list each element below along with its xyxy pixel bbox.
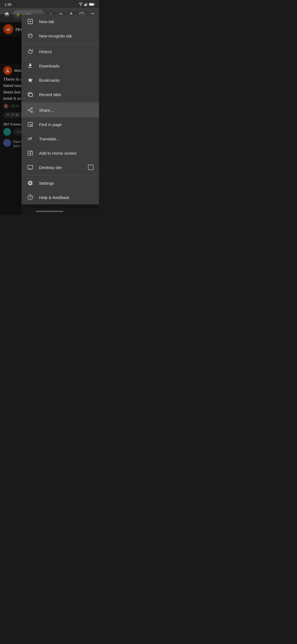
svg-rect-5 bbox=[94, 4, 95, 5]
history-icon bbox=[27, 48, 34, 55]
menu-item-history[interactable]: History bbox=[21, 44, 99, 59]
svg-point-15 bbox=[29, 36, 30, 36]
downloads-label: Downloads bbox=[39, 64, 94, 68]
svg-marker-17 bbox=[28, 78, 33, 82]
desktop-checkbox[interactable] bbox=[88, 165, 94, 170]
svg-line-28 bbox=[31, 125, 32, 126]
desktop-label: Desktop site bbox=[39, 165, 82, 170]
add-home-icon bbox=[27, 150, 34, 156]
svg-rect-2 bbox=[86, 3, 86, 6]
divider-3 bbox=[21, 175, 99, 175]
svg-rect-34 bbox=[28, 165, 33, 169]
svg-line-25 bbox=[29, 109, 31, 110]
menu-item-help[interactable]: Help & feedback bbox=[21, 190, 99, 204]
menu-shadow bbox=[0, 14, 21, 215]
bookmarks-label: Bookmarks bbox=[39, 78, 94, 83]
svg-rect-1 bbox=[85, 4, 86, 6]
dropdown-menu: New tab New incognito tab bbox=[21, 14, 99, 204]
divider-1 bbox=[21, 43, 99, 44]
menu-item-share[interactable]: Share… bbox=[21, 103, 99, 117]
menu-item-add-home[interactable]: Add to Home screen bbox=[21, 146, 99, 160]
menu-item-incognito[interactable]: New incognito tab bbox=[21, 29, 99, 43]
svg-point-23 bbox=[31, 111, 33, 113]
menu-item-recent-tabs[interactable]: Recent tabs bbox=[21, 87, 99, 102]
battery-icon bbox=[89, 3, 95, 6]
status-bar: 1:39 bbox=[0, 0, 99, 8]
svg-point-38 bbox=[30, 198, 30, 199]
menu-overlay: New tab New incognito tab bbox=[0, 14, 99, 215]
status-icons bbox=[79, 3, 95, 6]
menu-item-downloads[interactable]: Downloads bbox=[21, 59, 99, 73]
find-label: Find in page bbox=[39, 122, 94, 127]
menu-item-settings[interactable]: Settings bbox=[21, 176, 99, 190]
svg-rect-6 bbox=[89, 4, 93, 5]
svg-point-21 bbox=[31, 108, 33, 109]
new-tab-icon bbox=[27, 18, 34, 25]
svg-rect-19 bbox=[29, 93, 32, 96]
downloads-icon bbox=[27, 62, 34, 69]
menu-item-bookmarks[interactable]: Bookmarks bbox=[21, 73, 99, 87]
bookmarks-icon bbox=[27, 77, 34, 83]
help-label: Help & feedback bbox=[39, 195, 94, 200]
svg-rect-3 bbox=[87, 3, 87, 6]
signal-icon bbox=[84, 3, 88, 6]
help-icon bbox=[27, 194, 34, 201]
translate-icon: G T bbox=[27, 135, 34, 142]
menu-item-translate[interactable]: G T Translate… bbox=[21, 132, 99, 146]
recent-tabs-label: Recent tabs bbox=[39, 92, 94, 97]
desktop-icon bbox=[27, 164, 34, 171]
share-label: Share… bbox=[39, 108, 94, 113]
menu-item-find[interactable]: Find in page bbox=[21, 117, 99, 132]
divider-2 bbox=[21, 102, 99, 102]
svg-point-22 bbox=[28, 109, 30, 111]
menu-item-new-tab[interactable]: New tab bbox=[21, 14, 99, 29]
incognito-label: New incognito tab bbox=[39, 34, 94, 38]
add-home-label: Add to Home screen bbox=[39, 151, 94, 155]
svg-line-24 bbox=[29, 110, 31, 111]
settings-label: Settings bbox=[39, 181, 94, 185]
menu-item-desktop[interactable]: Desktop site bbox=[21, 160, 99, 174]
incognito-icon bbox=[27, 32, 34, 39]
status-time: 1:39 bbox=[4, 2, 11, 7]
share-icon bbox=[27, 107, 34, 113]
svg-point-37 bbox=[28, 195, 33, 200]
recent-tabs-icon bbox=[27, 91, 34, 98]
translate-label: Translate… bbox=[39, 137, 94, 141]
settings-icon bbox=[27, 180, 34, 186]
svg-point-16 bbox=[31, 36, 32, 36]
new-tab-label: New tab bbox=[39, 19, 94, 24]
find-icon bbox=[27, 121, 34, 128]
svg-rect-0 bbox=[84, 4, 85, 6]
wifi-icon bbox=[79, 3, 83, 6]
history-label: History bbox=[39, 49, 94, 54]
